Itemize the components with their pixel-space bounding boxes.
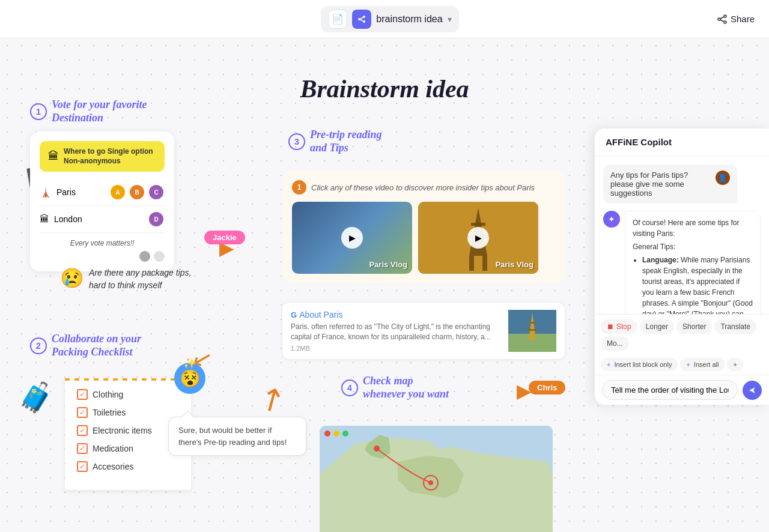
doc-icon[interactable]: 📄: [328, 10, 347, 29]
insert-all-button[interactable]: + Insert all: [680, 358, 725, 371]
insert-list-button[interactable]: + Insert list block only: [601, 358, 678, 371]
poll-header-icon: 🏛: [48, 150, 59, 163]
more-button[interactable]: Mo...: [601, 336, 629, 351]
share-button[interactable]: Share: [717, 14, 755, 24]
checkbox-accessories[interactable]: [77, 461, 88, 472]
svg-rect-14: [469, 256, 474, 271]
svg-line-3: [360, 17, 363, 19]
section1-num: 1: [30, 103, 47, 120]
vote-note: Every vote matters!!: [40, 239, 165, 247]
about-paris-card: G About Paris Paris, often referred to a…: [282, 303, 565, 359]
user-avatar: 👤: [716, 171, 730, 185]
svg-line-4: [360, 19, 363, 21]
send-button[interactable]: [743, 381, 762, 400]
checkbox-medication[interactable]: [77, 443, 88, 454]
section1-vote: 1 Vote for your favorite Destination 🏛 W…: [30, 98, 174, 271]
poll-header-text: Where to go Single option Non-anonymous: [64, 147, 153, 166]
play-button-2[interactable]: ▶: [467, 227, 489, 249]
translate-button[interactable]: Translate: [714, 319, 756, 334]
about-title: About Paris: [299, 310, 342, 319]
section1-label: Vote for your favorite Destination: [52, 98, 147, 124]
svg-point-5: [724, 15, 726, 17]
about-text: Paris, often referred to as "The City of…: [291, 322, 501, 342]
avatar-1: A: [109, 184, 126, 201]
checkbox-clothing[interactable]: [77, 389, 88, 400]
copilot-input-area: [595, 375, 769, 405]
chevron-down-icon[interactable]: ▾: [448, 14, 452, 24]
ai-tips-list: Language: While many Parisians speak Eng…: [633, 255, 753, 314]
vote-circle-2: [154, 251, 165, 262]
section4-num: 4: [341, 379, 358, 396]
about-card-image: [508, 310, 556, 352]
map-window-controls: [324, 431, 348, 437]
svg-point-1: [363, 16, 365, 18]
suggestion-bubble: Sure, but would be better if there's Pre…: [168, 417, 306, 456]
suitcase-decoration: 🧳: [18, 381, 54, 414]
page-title: Brainstorm idea: [300, 74, 469, 103]
ai-general-label: General Tips:: [633, 241, 753, 252]
check-clothing: Clothing: [77, 389, 179, 400]
user-message-text: Any tips for Paris tips? please give me …: [610, 171, 711, 198]
copilot-messages: Any tips for Paris tips? please give me …: [595, 156, 769, 314]
plus-icon-2: +: [686, 361, 690, 368]
google-logo: G About Paris: [291, 310, 501, 319]
video-area: 1 Click any of these video to discover m…: [282, 171, 565, 291]
longer-button[interactable]: Longer: [640, 319, 674, 334]
comment-emoji: 😢: [60, 267, 84, 289]
ai-avatar: ✦: [603, 211, 620, 228]
avatar-4: D: [148, 211, 165, 228]
copilot-actions: ⏹ Stop Longer Shorter Translate Mo...: [595, 314, 769, 355]
comment-bubble: 😢 Are there any package tips, hard to th…: [60, 267, 209, 292]
poll-header: 🏛 Where to go Single option Non-anonymou…: [40, 141, 165, 172]
map-dot-yellow: [333, 431, 339, 437]
vote-circles: [40, 251, 165, 262]
checkbox-electronics[interactable]: [77, 425, 88, 436]
svg-rect-19: [529, 322, 535, 324]
paris-image-svg: [508, 310, 556, 352]
copilot-input[interactable]: [602, 380, 738, 400]
poll-city-london: 🏛 London: [40, 214, 82, 225]
stop-icon: ⏹: [607, 322, 614, 331]
video-card: 1 Click any of these video to discover m…: [282, 171, 565, 283]
check-electronics: Electronic items: [77, 425, 179, 436]
map-svg: [320, 426, 553, 532]
eiffel-icon: 🗼: [40, 187, 52, 198]
video-thumb-1[interactable]: ▶ Paris Vlog: [292, 202, 412, 274]
section3-header: 3 Pre-trip reading and Tips: [288, 128, 382, 154]
checkbox-toiletries[interactable]: [77, 407, 88, 418]
ai-header: Of course! Here are some tips for visiti…: [633, 217, 753, 239]
more-actions-button[interactable]: +: [727, 358, 743, 371]
poll-city-paris: 🗼 Paris: [40, 187, 76, 198]
copilot-panel: AFFiNE Copilot Any tips for Paris tips? …: [595, 128, 769, 405]
header-center: 📄 brainstorm idea ▾: [321, 6, 458, 32]
section2-label: Collaborate on your Packing Checklist: [52, 333, 141, 358]
svg-point-6: [718, 18, 720, 20]
ai-tip-1: Language: While many Parisians speak Eng…: [642, 255, 753, 314]
comment-text: Are there any package tips, hard to thin…: [89, 267, 209, 292]
map-container[interactable]: [320, 426, 553, 532]
svg-line-9: [720, 20, 724, 22]
suggestion-text: Sure, but would be better if there's Pre…: [178, 425, 296, 448]
svg-rect-12: [471, 223, 485, 226]
video-card-header: 1 Click any of these video to discover m…: [292, 180, 555, 195]
video-step-num: 1: [292, 180, 306, 195]
section3-label: Pre-trip reading and Tips: [310, 128, 382, 154]
svg-line-8: [720, 17, 724, 19]
arrow-up-decoration: ↗: [251, 376, 292, 421]
shorter-button[interactable]: Shorter: [676, 319, 712, 334]
copilot-header: AFFiNE Copilot: [595, 128, 769, 156]
section2-header: 2 Collaborate on your Packing Checklist: [30, 333, 141, 358]
header-title: brainstorm idea: [376, 14, 442, 25]
send-icon: [748, 386, 756, 394]
poll-widget: 🏛 Where to go Single option Non-anonymou…: [30, 131, 174, 271]
video-label-2: Paris Vlog: [495, 260, 533, 269]
share-label: Share: [731, 14, 755, 24]
stop-button[interactable]: ⏹ Stop: [601, 319, 637, 334]
section3-num: 3: [288, 133, 305, 150]
about-card-content: G About Paris Paris, often referred to a…: [291, 310, 501, 352]
video-thumb-2[interactable]: ▶ Paris Vlog: [418, 202, 538, 274]
collab-icon[interactable]: [352, 10, 371, 29]
play-button-1[interactable]: ▶: [341, 227, 363, 249]
video-label-1: Paris Vlog: [369, 260, 407, 269]
share-icon: [717, 14, 727, 24]
